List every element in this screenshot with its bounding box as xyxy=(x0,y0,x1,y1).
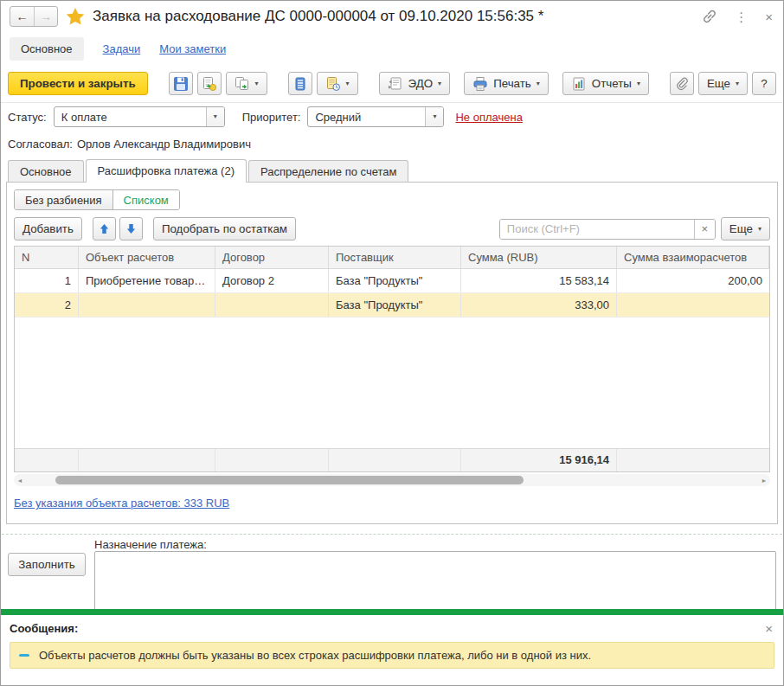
tab-main[interactable]: Основное xyxy=(8,160,84,182)
print-button[interactable]: Печать ▾ xyxy=(464,72,549,95)
cell-object xyxy=(79,293,215,317)
create-based-on-button[interactable]: ▾ xyxy=(226,72,267,95)
col-header-supplier[interactable]: Поставщик xyxy=(329,247,461,268)
reports-label: Отчеты xyxy=(592,77,632,90)
not-paid-link[interactable]: Не оплачена xyxy=(455,111,522,124)
cell-supplier: База "Продукты" xyxy=(329,293,461,317)
save-icon xyxy=(173,76,189,92)
post-and-close-button[interactable]: Провести и закрыть xyxy=(8,72,148,95)
messages-divider[interactable] xyxy=(1,609,783,615)
table-more-button[interactable]: Еще ▾ xyxy=(721,217,770,240)
tab-payment-decode[interactable]: Расшифровка платежа (2) xyxy=(86,159,247,183)
more-menu-icon[interactable]: ⋮ xyxy=(735,10,748,23)
document-history-button[interactable]: ▾ xyxy=(317,72,358,95)
cell-n: 1 xyxy=(15,269,79,292)
star-icon[interactable] xyxy=(66,8,85,26)
help-button[interactable]: ? xyxy=(752,72,776,95)
chevron-down-icon: ▾ xyxy=(346,80,350,87)
status-row: Статус: К оплате ▾ Приоритет: Средний ▾ … xyxy=(1,103,783,131)
chevron-down-icon: ▾ xyxy=(438,80,441,87)
reports-button[interactable]: Отчеты ▾ xyxy=(562,72,649,95)
more-label: Еще xyxy=(707,77,730,90)
status-label: Статус: xyxy=(8,111,47,124)
search-input[interactable] xyxy=(500,220,694,239)
link-icon[interactable] xyxy=(702,9,717,24)
pick-by-balance-button[interactable]: Подобрать по остаткам xyxy=(153,217,296,240)
cell-contract xyxy=(215,293,329,317)
col-header-object[interactable]: Объект расчетов xyxy=(79,247,215,268)
move-down-button[interactable] xyxy=(119,217,143,240)
nav-item-tasks[interactable]: Задачи xyxy=(103,42,141,55)
post-icon xyxy=(202,76,217,92)
cell-mutual: 200,00 xyxy=(617,269,769,292)
cell-supplier: База "Продукты" xyxy=(329,269,461,292)
link-row: Без указания объекта расчетов: 333 RUB xyxy=(14,497,770,510)
toolbar-more-button[interactable]: Еще ▾ xyxy=(698,72,748,95)
move-up-button[interactable] xyxy=(93,217,116,240)
edo-button[interactable]: ЭДО ▾ xyxy=(379,72,451,95)
document-tabs: Основное Расшифровка платежа (2) Распред… xyxy=(1,157,783,182)
attachments-button[interactable] xyxy=(670,72,694,95)
table-totals-row: 15 916,14 xyxy=(15,448,769,471)
post-button[interactable] xyxy=(197,72,222,95)
dash-icon xyxy=(19,654,29,657)
edo-label: ЭДО xyxy=(408,77,434,90)
scroll-right-icon[interactable]: ► xyxy=(758,478,770,484)
status-select[interactable]: К оплате ▾ xyxy=(54,106,225,127)
add-row-button[interactable]: Добавить xyxy=(14,217,82,240)
col-header-mutual[interactable]: Сумма взаиморасчетов xyxy=(617,247,769,268)
approved-value: Орлов Александр Владимирович xyxy=(77,138,251,151)
table-header-row: N Объект расчетов Договор Поставщик Сумм… xyxy=(15,247,769,269)
status-dropdown-button[interactable]: ▾ xyxy=(206,107,224,126)
col-header-sum[interactable]: Сумма (RUB) xyxy=(461,247,617,268)
section-splitter[interactable] xyxy=(2,524,782,535)
chevron-down-icon: ▾ xyxy=(736,80,739,87)
chevron-down-icon: ▾ xyxy=(255,80,259,87)
edo-icon xyxy=(388,76,403,92)
priority-select[interactable]: Средний ▾ xyxy=(307,106,444,127)
nav-item-notes[interactable]: Мои заметки xyxy=(159,42,226,55)
nav-item-main[interactable]: Основное xyxy=(10,37,84,61)
priority-dropdown-button[interactable]: ▾ xyxy=(425,107,443,126)
table-row[interactable]: 1 Приобретение товаро... Договор 2 База … xyxy=(15,269,769,293)
table-row-selected[interactable]: 2 База "Продукты" 333,00 xyxy=(15,293,769,317)
titlebar-actions: ⋮ × xyxy=(702,9,773,24)
payment-purpose-section: Заполнить Назначение платежа: xyxy=(1,535,783,609)
print-label: Печать xyxy=(493,77,531,90)
fill-button[interactable]: Заполнить xyxy=(8,553,86,576)
create-based-on-icon xyxy=(235,76,250,92)
chevron-down-icon: ▾ xyxy=(637,80,640,87)
message-item[interactable]: Объекты расчетов должны быть указаны во … xyxy=(10,642,774,669)
back-icon: ← xyxy=(16,10,29,23)
tab-accounts-distribution[interactable]: Распределение по счетам xyxy=(248,160,408,182)
register-records-button[interactable] xyxy=(288,72,312,95)
col-header-n[interactable]: N xyxy=(15,247,79,268)
no-object-link[interactable]: Без указания объекта расчетов: 333 RUB xyxy=(14,497,229,510)
document-history-icon xyxy=(325,76,341,92)
messages-close-icon[interactable]: × xyxy=(765,622,773,635)
cell-sum: 333,00 xyxy=(461,293,617,317)
payment-purpose-label: Назначение платежа: xyxy=(94,538,776,551)
save-button[interactable] xyxy=(169,72,193,95)
scrollbar-thumb[interactable] xyxy=(55,476,524,484)
horizontal-scrollbar[interactable]: ◄ ► xyxy=(14,474,770,486)
priority-value: Средний xyxy=(308,111,425,124)
payment-purpose-input[interactable] xyxy=(94,551,776,609)
close-icon[interactable]: × xyxy=(765,10,773,23)
back-button[interactable]: ← xyxy=(10,7,34,26)
forward-button[interactable]: → xyxy=(34,7,57,26)
chevron-down-icon: ▾ xyxy=(537,80,540,87)
scrollbar-track[interactable] xyxy=(26,476,758,484)
cell-sum: 15 583,14 xyxy=(461,269,617,292)
page-title: Заявка на расходование ДС 0000-000004 от… xyxy=(93,8,694,25)
col-header-contract[interactable]: Договор xyxy=(215,247,329,268)
total-sum: 15 916,14 xyxy=(461,449,617,471)
search-box: × xyxy=(499,219,716,240)
view-toggle: Без разбиения Списком xyxy=(14,189,180,210)
toggle-list[interactable]: Списком xyxy=(112,190,179,209)
cell-object: Приобретение товаро... xyxy=(79,269,215,292)
scroll-left-icon[interactable]: ◄ xyxy=(14,478,26,484)
titlebar: ← → Заявка на расходование ДС 0000-00000… xyxy=(1,1,783,32)
search-clear-button[interactable]: × xyxy=(694,220,715,239)
toggle-no-split[interactable]: Без разбиения xyxy=(15,190,112,209)
